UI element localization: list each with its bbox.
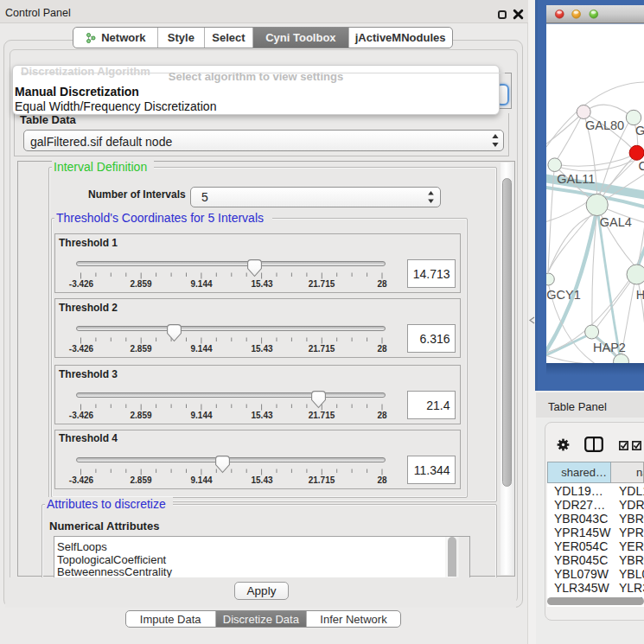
svg-text:HAP2: HAP2 — [593, 341, 626, 354]
svg-text:GAL80: GAL80 — [585, 118, 624, 132]
svg-text:H: H — [636, 288, 644, 302]
svg-text:GAL4: GAL4 — [600, 215, 632, 229]
svg-text:GCY1: GCY1 — [546, 288, 581, 302]
svg-text:CR: CR — [639, 159, 644, 173]
svg-text:GAL11: GAL11 — [557, 172, 595, 186]
svg-text:GA: GA — [635, 124, 644, 137]
